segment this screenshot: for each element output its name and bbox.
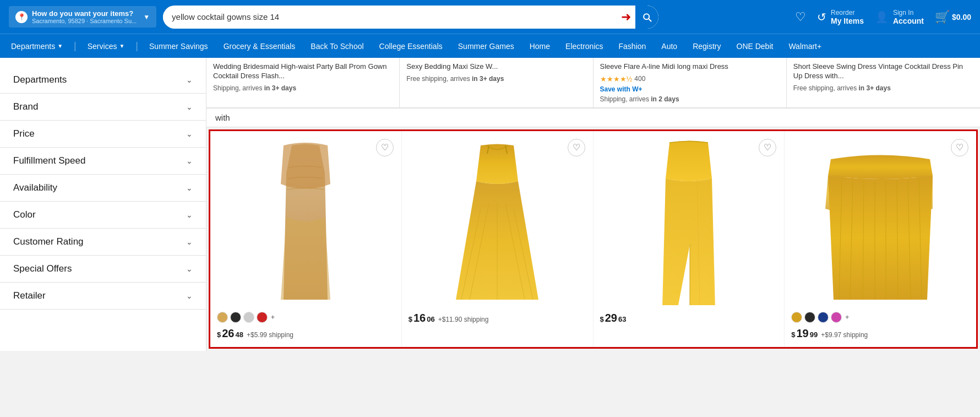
- nav-auto[interactable]: Auto: [655, 34, 684, 58]
- header: How do you want your items? Sacramento, …: [0, 0, 980, 34]
- nav-home[interactable]: Home: [523, 34, 557, 58]
- filter-color-header[interactable]: Color ⌄: [0, 202, 206, 228]
- price-dollar-sign: $: [217, 331, 221, 339]
- search-icon: [641, 12, 652, 23]
- filter-special-offers-header[interactable]: Special Offers ⌄: [0, 256, 206, 282]
- product-card-3: ♡: [594, 131, 785, 347]
- swatch[interactable]: [818, 312, 829, 323]
- product-card-4: ♡: [785, 131, 976, 347]
- wishlist-button-3[interactable]: ♡: [759, 139, 776, 156]
- product-price-1: $ 26 48 +$5.99 shipping: [217, 327, 395, 340]
- product-grid: ♡: [209, 129, 978, 349]
- product-price-3: $ 29 63: [600, 312, 778, 324]
- wishlist-heart-icon[interactable]: ♡: [795, 10, 806, 24]
- filter-availability-header[interactable]: Availability ⌄: [0, 175, 206, 201]
- top-product-4-shipping: Free shipping, arrives in 3+ days: [793, 84, 973, 92]
- top-product-4: Short Sleeve Swing Dress Vintage Cocktai…: [787, 58, 980, 107]
- price-shipping: +$5.99 shipping: [247, 331, 293, 339]
- filter-special-offers: Special Offers ⌄: [0, 256, 206, 283]
- top-product-3-rating: 400: [634, 75, 645, 83]
- cart-button[interactable]: 🛒 $0.00: [935, 10, 971, 24]
- chevron-icon: ▼: [119, 43, 124, 49]
- search-button[interactable]: [635, 6, 658, 29]
- filter-brand-header[interactable]: Brand ⌄: [0, 94, 206, 120]
- nav-summer-savings[interactable]: Summer Savings: [143, 34, 215, 58]
- price-main: 29: [605, 312, 617, 324]
- reorder-button[interactable]: ↺ Reorder My Items: [817, 9, 864, 25]
- swatch[interactable]: [791, 312, 802, 323]
- swatch[interactable]: [257, 312, 268, 323]
- top-product-1-title: Wedding Bridesmaid High-waist Party Ball…: [213, 62, 393, 81]
- nav-one-debit[interactable]: ONE Debit: [730, 34, 780, 58]
- user-icon: 👤: [875, 10, 889, 24]
- nav-registry[interactable]: Registry: [686, 34, 727, 58]
- wishlist-button-4[interactable]: ♡: [951, 139, 968, 156]
- reorder-label-2: My Items: [831, 17, 864, 25]
- top-product-3: Sleeve Flare A-line Midi long maxi Dress…: [594, 58, 787, 107]
- signin-label-2: Account: [893, 17, 924, 25]
- nav-departments[interactable]: Departments ▼: [4, 34, 69, 58]
- chevron-down-icon: ⌄: [186, 129, 193, 138]
- nav-services[interactable]: Services ▼: [81, 34, 132, 58]
- filter-color: Color ⌄: [0, 202, 206, 229]
- nav-fashion[interactable]: Fashion: [612, 34, 653, 58]
- nav-grocery[interactable]: Grocery & Essentials: [217, 34, 302, 58]
- wishlist-button-1[interactable]: ♡: [376, 139, 394, 156]
- with-text: with: [215, 113, 230, 122]
- nav-walmart-plus[interactable]: Walmart+: [782, 34, 828, 58]
- price-main: 26: [222, 327, 234, 340]
- swatch[interactable]: [831, 312, 842, 323]
- chevron-icon: ▼: [57, 43, 63, 49]
- filter-departments-header[interactable]: Departments ⌄: [0, 67, 206, 93]
- chevron-down-icon: ⌄: [186, 156, 193, 165]
- color-swatches-1: +: [217, 312, 395, 323]
- product-price-4: $ 19 99 +$9.97 shipping: [791, 327, 970, 340]
- top-product-2: Sexy Bedding Maxi Size W... Free shippin…: [400, 58, 593, 107]
- nav-college-essentials[interactable]: College Essentials: [373, 34, 449, 58]
- swatch-more[interactable]: +: [845, 313, 849, 321]
- navbar: Departments ▼ | Services ▼ | Summer Savi…: [0, 34, 980, 58]
- reorder-label-1: Reorder: [831, 9, 864, 17]
- location-address: Sacramento, 95829 · Sacramento Su...: [32, 18, 137, 24]
- filter-price-header[interactable]: Price ⌄: [0, 121, 206, 147]
- search-arrow-icon: ➜: [621, 10, 631, 24]
- filter-customer-rating: Customer Rating ⌄: [0, 229, 206, 256]
- product-image-1: [217, 140, 395, 305]
- filter-brand: Brand ⌄: [0, 94, 206, 121]
- nav-electronics[interactable]: Electronics: [559, 34, 609, 58]
- header-right: ♡ ↺ Reorder My Items 👤 Sign In Account 🛒…: [795, 9, 971, 25]
- color-swatches-4: +: [791, 312, 970, 323]
- swatch[interactable]: [804, 312, 815, 323]
- location-button[interactable]: How do you want your items? Sacramento, …: [9, 6, 156, 28]
- wishlist-button-2[interactable]: ♡: [568, 139, 585, 156]
- signin-button[interactable]: 👤 Sign In Account: [875, 9, 924, 25]
- swatch[interactable]: [217, 312, 228, 323]
- chevron-down-icon: ⌄: [186, 264, 193, 273]
- filter-availability: Availability ⌄: [0, 175, 206, 202]
- swatch-more[interactable]: +: [271, 313, 275, 321]
- location-pin-icon: [15, 11, 28, 23]
- top-product-2-shipping: Free shipping, arrives in 3+ days: [406, 75, 586, 83]
- nav-summer-games[interactable]: Summer Games: [451, 34, 521, 58]
- filter-departments: Departments ⌄: [0, 67, 206, 94]
- top-product-3-shipping: Shipping, arrives in 2 days: [600, 95, 780, 103]
- chevron-down-icon: ▼: [143, 13, 150, 21]
- price-main: 16: [413, 312, 426, 324]
- filter-customer-rating-header[interactable]: Customer Rating ⌄: [0, 229, 206, 255]
- location-question: How do you want your items?: [32, 9, 137, 18]
- product-card-1: ♡: [210, 131, 402, 347]
- filter-availability-label: Availability: [13, 182, 57, 193]
- price-main: 19: [796, 327, 808, 340]
- dress-image-3: [650, 140, 727, 305]
- filter-fulfillment-header[interactable]: Fulfillment Speed ⌄: [0, 148, 206, 174]
- price-cents: 63: [618, 315, 626, 323]
- nav-back-to-school[interactable]: Back To School: [304, 34, 370, 58]
- top-products-row: Wedding Bridesmaid High-waist Party Ball…: [206, 58, 980, 109]
- search-input[interactable]: [163, 12, 621, 21]
- filter-retailer-header[interactable]: Retailer ⌄: [0, 283, 206, 309]
- swatch[interactable]: [230, 312, 241, 323]
- signin-label-1: Sign In: [893, 9, 924, 17]
- filter-color-label: Color: [13, 209, 36, 220]
- content-area: Wedding Bridesmaid High-waist Party Ball…: [206, 58, 980, 351]
- swatch[interactable]: [243, 312, 254, 323]
